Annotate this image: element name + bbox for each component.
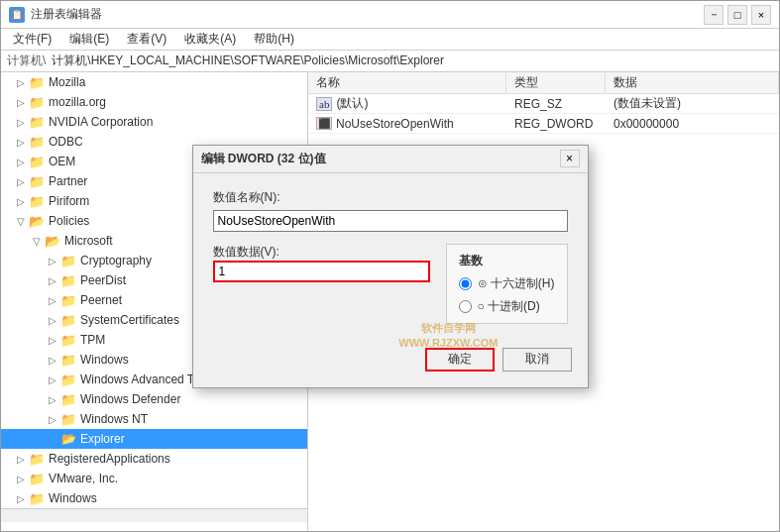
name-form-group: 数值名称(N): [213,189,568,232]
value-row: 数值数据(V): 基数 ⊙ 十六进制(H) ○ 十进制(D) [213,244,568,324]
dialog-buttons: 软件自学网 WWW.RJZXW.COM 确定 取消 [193,340,588,387]
name-label: 数值名称(N): [213,189,568,206]
ok-button[interactable]: 确定 [425,348,495,372]
radio-hex-input[interactable] [459,277,472,290]
dialog-close-button[interactable]: × [560,150,580,167]
base-group: 基数 ⊙ 十六进制(H) ○ 十进制(D) [446,244,568,324]
edit-dword-dialog: 编辑 DWORD (32 位)值 × 数值名称(N): 数值数据(V): 基数 [192,145,589,388]
radio-hex-label: ⊙ 十六进制(H) [478,275,555,292]
radio-hex[interactable]: ⊙ 十六进制(H) [459,275,555,292]
cancel-button[interactable]: 取消 [502,348,572,372]
value-input[interactable] [213,261,430,282]
value-label: 数值数据(V): [213,245,279,259]
dialog-title-bar: 编辑 DWORD (32 位)值 × [193,146,588,173]
radio-dec-label: ○ 十进制(D) [478,298,540,315]
dialog-overlay: 编辑 DWORD (32 位)值 × 数值名称(N): 数值数据(V): 基数 [1,1,779,531]
radio-dec[interactable]: ○ 十进制(D) [459,298,555,315]
dialog-title-text: 编辑 DWORD (32 位)值 [201,151,326,167]
base-label: 基数 [459,253,555,269]
dialog-body: 数值名称(N): 数值数据(V): 基数 ⊙ 十六进制(H) [193,173,588,340]
value-form-group: 数值数据(V): [213,244,430,324]
registry-editor-window: 📋 注册表编辑器 － □ × 文件(F) 编辑(E) 查看(V) 收藏夹(A) … [0,0,780,532]
radio-dec-input[interactable] [459,300,472,313]
name-input[interactable] [213,210,568,232]
